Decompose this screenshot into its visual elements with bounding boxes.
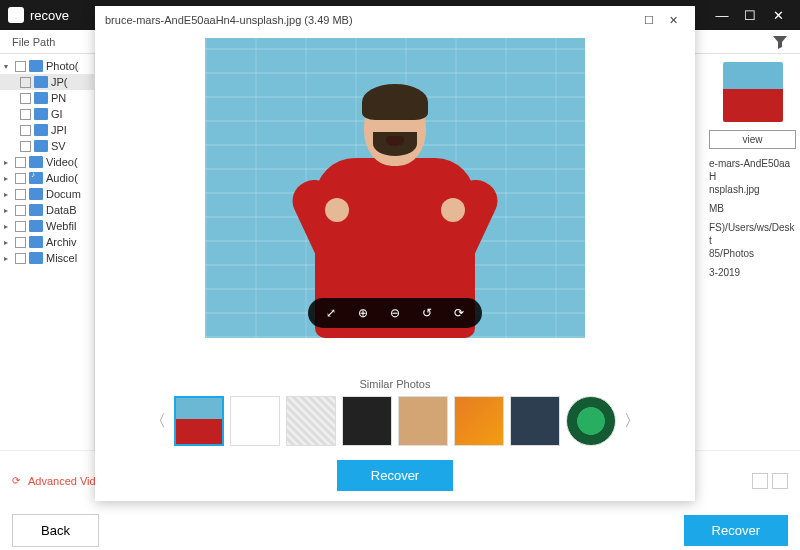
checkbox[interactable] <box>15 221 26 232</box>
similar-thumb[interactable] <box>398 396 448 446</box>
modal-recover-button[interactable]: Recover <box>337 460 453 491</box>
info-thumbnail <box>723 62 783 122</box>
tree-label: Photo( <box>46 60 78 72</box>
rotate-icon[interactable]: ↺ <box>418 304 436 322</box>
tree-label: JPI <box>51 124 67 136</box>
checkbox[interactable] <box>15 189 26 200</box>
folder-icon <box>29 204 43 216</box>
similar-thumb[interactable] <box>230 396 280 446</box>
chevron-right-icon[interactable]: ▸ <box>4 206 12 215</box>
tree-label: JP( <box>51 76 68 88</box>
back-button[interactable]: Back <box>12 514 99 547</box>
chevron-right-icon[interactable]: ▸ <box>4 158 12 167</box>
folder-icon <box>34 124 48 136</box>
folder-icon <box>29 236 43 248</box>
folder-icon <box>29 252 43 264</box>
similar-photos-row: 〈 〉 <box>115 396 675 446</box>
footer-bar: Back Recover <box>0 510 800 550</box>
chevron-right-icon[interactable]: ▸ <box>4 254 12 263</box>
right-info-panel: view e-mars-AndE50aaHnsplash.jpg MB FS)/… <box>705 54 800 450</box>
tree-item-gif[interactable]: GI <box>0 106 94 122</box>
tree-label: Docum <box>46 188 81 200</box>
filter-icon[interactable] <box>772 34 788 50</box>
checkbox[interactable] <box>15 253 26 264</box>
logo-icon <box>8 7 24 23</box>
tree-item-photo[interactable]: ▾Photo( <box>0 58 94 74</box>
folder-icon <box>29 220 43 232</box>
maximize-button[interactable]: ☐ <box>736 1 764 29</box>
checkbox[interactable] <box>20 109 31 120</box>
similar-photos-label: Similar Photos <box>115 378 675 390</box>
zoom-out-icon[interactable]: ⊖ <box>386 304 404 322</box>
tree-label: SV <box>51 140 66 152</box>
fullscreen-icon[interactable]: ⤢ <box>322 304 340 322</box>
similar-thumb[interactable] <box>510 396 560 446</box>
tree-label: DataB <box>46 204 77 216</box>
checkbox[interactable] <box>20 77 31 88</box>
tree-item-document[interactable]: ▸Docum <box>0 186 94 202</box>
info-size: MB <box>709 202 796 215</box>
tree-item-png[interactable]: PN <box>0 90 94 106</box>
chevron-down-icon[interactable]: ▾ <box>4 62 12 71</box>
chevron-right-icon[interactable]: ▸ <box>4 190 12 199</box>
zoom-in-icon[interactable]: ⊕ <box>354 304 372 322</box>
similar-thumb[interactable] <box>286 396 336 446</box>
similar-thumb[interactable] <box>454 396 504 446</box>
chevron-right-icon[interactable]: ▸ <box>4 174 12 183</box>
similar-thumb[interactable] <box>566 396 616 446</box>
modal-maximize-button[interactable]: ☐ <box>637 8 661 32</box>
folder-icon <box>29 188 43 200</box>
refresh-icon[interactable]: ⟳ <box>450 304 468 322</box>
tree-item-database[interactable]: ▸DataB <box>0 202 94 218</box>
chevron-right-icon[interactable]: ▸ <box>4 238 12 247</box>
tree-item-audio[interactable]: ▸Audio( <box>0 170 94 186</box>
modal-close-button[interactable]: ✕ <box>661 8 685 32</box>
tree-label: PN <box>51 92 66 104</box>
sidebar-tree: ▾Photo( JP( PN GI JPI SV ▸Video( ▸Audio(… <box>0 54 95 450</box>
tree-item-video[interactable]: ▸Video( <box>0 154 94 170</box>
close-button[interactable]: ✕ <box>764 1 792 29</box>
minimize-button[interactable]: — <box>708 1 736 29</box>
tree-label: Audio( <box>46 172 78 184</box>
brand-text: recove <box>30 8 69 23</box>
checkbox[interactable] <box>15 205 26 216</box>
similar-thumb[interactable] <box>342 396 392 446</box>
file-path-label: File Path <box>12 36 55 48</box>
reload-icon[interactable]: ⟳ <box>12 475 20 486</box>
tree-item-svg[interactable]: SV <box>0 138 94 154</box>
checkbox[interactable] <box>20 93 31 104</box>
preview-modal: bruce-mars-AndE50aaHn4-unsplash.jpg (3.4… <box>95 6 695 501</box>
tree-item-archive[interactable]: ▸Archiv <box>0 234 94 250</box>
info-filename: e-mars-AndE50aaHnsplash.jpg <box>709 157 796 196</box>
tree-item-jpeg[interactable]: JPI <box>0 122 94 138</box>
checkbox[interactable] <box>20 141 31 152</box>
tree-item-webfile[interactable]: ▸Webfil <box>0 218 94 234</box>
modal-header: bruce-mars-AndE50aaHn4-unsplash.jpg (3.4… <box>95 6 695 34</box>
prev-arrow-icon[interactable]: 〈 <box>148 401 168 441</box>
folder-icon <box>34 140 48 152</box>
tree-label: Archiv <box>46 236 77 248</box>
folder-icon <box>34 76 48 88</box>
image-toolbar: ⤢ ⊕ ⊖ ↺ ⟳ <box>308 298 482 328</box>
tree-label: Miscel <box>46 252 77 264</box>
checkbox[interactable] <box>20 125 31 136</box>
checkbox[interactable] <box>15 157 26 168</box>
list-view-icon[interactable] <box>772 473 788 489</box>
grid-view-icon[interactable] <box>752 473 768 489</box>
checkbox[interactable] <box>15 61 26 72</box>
folder-icon <box>34 108 48 120</box>
app-logo: recove <box>8 7 69 23</box>
recover-button[interactable]: Recover <box>684 515 788 546</box>
checkbox[interactable] <box>15 173 26 184</box>
folder-icon <box>29 60 43 72</box>
checkbox[interactable] <box>15 237 26 248</box>
chevron-right-icon[interactable]: ▸ <box>4 222 12 231</box>
folder-icon <box>29 156 43 168</box>
similar-photos-section: Similar Photos 〈 〉 <box>95 372 695 454</box>
tree-item-jpg[interactable]: JP( <box>0 74 94 90</box>
preview-button[interactable]: view <box>709 130 796 149</box>
info-path: FS)/Users/ws/Deskt85/Photos <box>709 221 796 260</box>
next-arrow-icon[interactable]: 〉 <box>622 401 642 441</box>
tree-item-misc[interactable]: ▸Miscel <box>0 250 94 266</box>
similar-thumb[interactable] <box>174 396 224 446</box>
